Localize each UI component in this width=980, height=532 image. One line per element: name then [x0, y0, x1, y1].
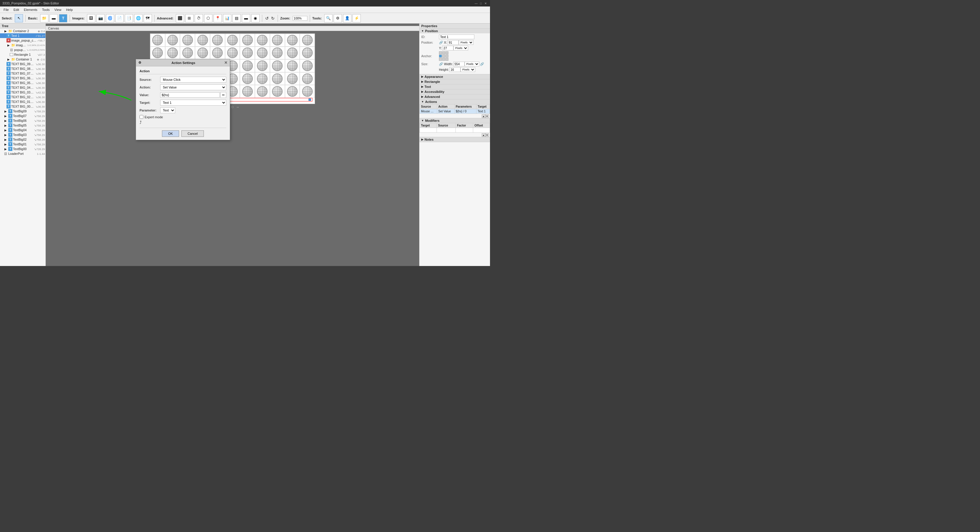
- dialog-target-select[interactable]: Text 1: [160, 100, 226, 106]
- adv-btn-1[interactable]: ⬛: [176, 14, 184, 22]
- tree-item-textbig07[interactable]: T TEXT BIG_07_Planning and Places_V6 ↘36…: [0, 71, 45, 76]
- appearance-section-header[interactable]: ▶ Appearance: [420, 74, 490, 79]
- actions-section-header[interactable]: ▼ Actions: [420, 99, 490, 104]
- dialog-close-button[interactable]: ✕: [224, 60, 228, 65]
- tree-item-text1[interactable]: T Text 1 ✓91.27: [0, 33, 45, 38]
- tree-item-container1[interactable]: ▶ 📁 Container 1 ◈ -2:6: [0, 57, 45, 62]
- tree-item-textbig07-big[interactable]: ▶ T TextBig07 ↘758.29: [0, 114, 45, 118]
- anchor-bc[interactable]: [442, 58, 445, 61]
- y-unit-select[interactable]: Pixels: [453, 46, 468, 51]
- dialog-parameter-select[interactable]: Text: [160, 107, 175, 113]
- zoom-input[interactable]: [293, 16, 307, 21]
- modifiers-scroll-down[interactable]: ▼: [485, 133, 489, 137]
- image-btn-7[interactable]: 🗺: [144, 14, 152, 22]
- advanced-section-header[interactable]: ▶ Advanced: [420, 94, 490, 99]
- image-btn-6[interactable]: 🌐: [134, 14, 143, 22]
- adv-btn-5[interactable]: 📍: [213, 14, 222, 22]
- image-btn-2[interactable]: 📷: [97, 14, 105, 22]
- adv-btn-6[interactable]: 📊: [223, 14, 231, 22]
- canvas-text-handle[interactable]: [309, 98, 311, 101]
- anchor-mr[interactable]: [445, 54, 449, 57]
- modifiers-scroll-up[interactable]: ▲: [482, 133, 485, 137]
- adv-btn-2[interactable]: ⊞: [185, 14, 194, 22]
- image-btn-4[interactable]: 📄: [115, 14, 124, 22]
- basic-rect-button[interactable]: ▬: [49, 14, 58, 22]
- tree-item-textbig03[interactable]: T TEXT BIG_03_Nature and Urbanity_V5 ↘42…: [0, 90, 45, 95]
- id-input[interactable]: [439, 35, 474, 39]
- tree-item-textbig00-big[interactable]: ▶ T TextBig00 ↘728.29: [0, 146, 45, 151]
- actions-row-1[interactable]: Mouse Click Set Value ${hs} / 0 Text 1: [420, 109, 490, 114]
- image-btn-3[interactable]: 🌀: [106, 14, 114, 22]
- tree-item-textbig03-big[interactable]: ▶ T TextBig03 ↘758.29: [0, 132, 45, 137]
- maximize-button[interactable]: □: [479, 1, 483, 5]
- actions-scroll-down[interactable]: ▼: [485, 114, 489, 118]
- width-input[interactable]: [453, 62, 465, 66]
- x-input[interactable]: [447, 40, 459, 45]
- height-input[interactable]: [449, 67, 460, 72]
- select-tool-button[interactable]: ↖: [15, 14, 23, 22]
- menu-view[interactable]: View: [52, 7, 64, 12]
- tree-item-popup-close[interactable]: ✕ image_popup_close ✓66.7: [0, 38, 45, 43]
- tree-item-textbig02[interactable]: T TEXT BIG_02_In The Beginning_V16_23032…: [0, 95, 45, 99]
- anchor-tl[interactable]: [439, 51, 442, 54]
- tree-item-rect1[interactable]: Rectangle 1 ↘57.3: [0, 52, 45, 57]
- dialog-ok-button[interactable]: OK: [162, 130, 179, 137]
- adv-btn-7[interactable]: ▤: [232, 14, 241, 22]
- anchor-mc[interactable]: [442, 54, 445, 57]
- dialog-share-icon[interactable]: ⤴: [140, 120, 142, 125]
- basic-text-button[interactable]: T: [59, 14, 67, 22]
- adv-btn-3[interactable]: ⏱: [195, 14, 203, 22]
- tree-item-textbig00-pompidou[interactable]: T TEXT BIG_00_Pompidou Exhibition_V3_11.…: [0, 104, 45, 109]
- x-unit-select[interactable]: Pixels: [459, 40, 474, 45]
- anchor-br[interactable]: [445, 58, 449, 61]
- modifiers-section-header[interactable]: ▼ Modifiers: [420, 118, 490, 123]
- tree-item-container2[interactable]: ▶ 📁 Container 2 ◈ 0:4: [0, 29, 45, 33]
- undo-button[interactable]: ↺: [265, 16, 269, 21]
- menu-elements[interactable]: Elements: [22, 7, 40, 12]
- adv-btn-9[interactable]: ◉: [251, 14, 259, 22]
- anchor-tr[interactable]: [445, 51, 449, 54]
- adv-btn-4[interactable]: ⬡: [204, 14, 212, 22]
- tree-item-textbig09-big[interactable]: ▶ T TextBig09 ↘758.29: [0, 109, 45, 114]
- menu-help[interactable]: Help: [64, 7, 75, 12]
- accessibility-section-header[interactable]: ▶ Accessibility: [420, 89, 490, 94]
- menu-tools[interactable]: Tools: [40, 7, 52, 12]
- menu-file[interactable]: File: [1, 7, 11, 12]
- height-unit-select[interactable]: Pixels: [460, 67, 475, 72]
- dialog-source-select[interactable]: Mouse Click: [160, 77, 226, 83]
- anchor-bl[interactable]: [439, 58, 442, 61]
- tools-btn-2[interactable]: ⚙: [334, 14, 342, 22]
- image-btn-1[interactable]: 🖼: [87, 14, 95, 22]
- actions-scroll-up[interactable]: ▲: [482, 114, 485, 118]
- anchor-ml[interactable]: [439, 54, 442, 57]
- tree-item-image-popup[interactable]: ▶ 📁 image_popup 1-0.34%.13.41%: [0, 43, 45, 48]
- notes-section-header[interactable]: ▶ Notes: [420, 137, 490, 142]
- minimize-button[interactable]: —: [474, 1, 478, 5]
- tree-item-textbig06-big[interactable]: ▶ T TextBig06 ↘758.29: [0, 118, 45, 123]
- tree-item-textbig05[interactable]: T TEXT BIG_05_The Vertical City_V4 ↘36.3…: [0, 81, 45, 85]
- tree-item-textbig06[interactable]: T TEXT BIG_06_History and Tradition_V4 ↘…: [0, 76, 45, 81]
- tree-item-popup-image[interactable]: 🖼 popup_image ↘-0.019%,0.50%: [0, 48, 45, 52]
- titlebar-controls[interactable]: — □ ✕: [474, 1, 488, 5]
- redo-button[interactable]: ↻: [271, 16, 275, 21]
- rectangle-section-header[interactable]: ▶ Rectangle: [420, 79, 490, 84]
- menu-edit[interactable]: Edit: [11, 7, 22, 12]
- dialog-expert-mode-checkbox[interactable]: [140, 115, 143, 119]
- close-button[interactable]: ✕: [484, 1, 488, 5]
- width-unit-select[interactable]: Pixels: [465, 62, 479, 66]
- tools-btn-3[interactable]: 👤: [343, 14, 352, 22]
- tools-btn-1[interactable]: 🔍: [324, 14, 332, 22]
- tree-item-textbig08[interactable]: T TEXT BIG_08_Networks and Mobility_V3 ↘…: [0, 66, 45, 71]
- tree-item-textbig01-drawing[interactable]: T TEXT BIG_01_Drawing Gallery_V6_10.01.2…: [0, 99, 45, 104]
- adv-btn-8[interactable]: ▬: [242, 14, 250, 22]
- tree-item-textbig04-big[interactable]: ▶ T TextBig04 ↘758.29: [0, 128, 45, 132]
- image-btn-5[interactable]: 📑: [125, 14, 133, 22]
- tree-item-loaderport[interactable]: 🖼 LoaderPort 1-1.44: [0, 151, 45, 156]
- tree-item-textbig02-big[interactable]: ▶ T TextBig02 ↘758.29: [0, 137, 45, 142]
- dialog-action-select[interactable]: Set Value: [160, 84, 226, 90]
- dialog-value-pencil-button[interactable]: ✏: [220, 92, 226, 98]
- position-section-header[interactable]: ▼ Position: [420, 29, 490, 33]
- basic-folder-button[interactable]: 📁: [40, 14, 48, 22]
- anchor-tc[interactable]: [442, 51, 445, 54]
- tree-item-textbig09futures[interactable]: T TEXT BIG_09_Futures_V1 ↘36.30: [0, 62, 45, 66]
